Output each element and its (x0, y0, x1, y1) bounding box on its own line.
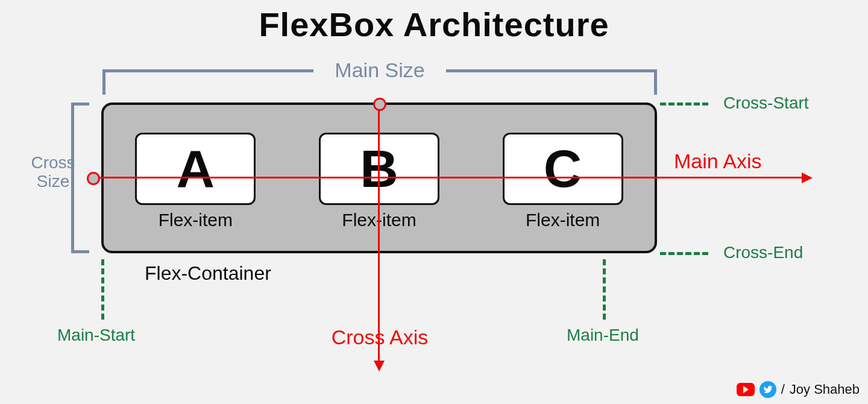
cross-axis-line (378, 104, 380, 362)
credit-author: Joy Shaheb (790, 382, 860, 397)
diagram-title: FlexBox Architecture (0, 5, 868, 44)
main-start-dash (101, 259, 104, 320)
flex-item-c: C (503, 133, 623, 205)
flex-item-letter: C (544, 138, 582, 200)
main-size-label: Main Size (335, 58, 424, 82)
cross-axis-label: Cross Axis (286, 326, 473, 349)
cross-size-label-line1: Cross (17, 154, 89, 172)
flex-item-group: C Flex-item (503, 133, 623, 230)
main-start-label: Main-Start (57, 326, 135, 345)
axis-origin-icon (87, 172, 100, 185)
credit: / Joy Shaheb (737, 381, 860, 398)
cross-size-label-line2: Size (17, 172, 89, 191)
credit-sep: / (781, 382, 785, 397)
youtube-icon (737, 383, 755, 396)
cross-end-dash (660, 252, 708, 255)
cross-size-label: Cross Size (17, 154, 89, 191)
cross-start-label: Cross-Start (723, 93, 809, 113)
flex-item-letter: A (177, 138, 215, 200)
main-axis-label: Main Axis (674, 150, 762, 173)
flex-item-group: A Flex-item (135, 133, 256, 230)
twitter-icon (760, 381, 776, 398)
main-end-dash (603, 259, 606, 320)
arrow-down-icon (374, 361, 385, 371)
flex-item-a: A (135, 133, 256, 205)
axis-origin-icon (373, 98, 386, 111)
flex-container-label: Flex-Container (145, 262, 271, 285)
main-axis-line (92, 177, 803, 178)
arrow-right-icon (802, 172, 813, 183)
flex-item-caption: Flex-item (135, 210, 256, 230)
cross-start-dash (660, 103, 708, 106)
main-end-label: Main-End (567, 326, 639, 345)
diagram-canvas: FlexBox Architecture Main Size Cross Siz… (0, 0, 868, 404)
flex-item-caption: Flex-item (503, 210, 623, 230)
cross-end-label: Cross-End (723, 243, 803, 262)
